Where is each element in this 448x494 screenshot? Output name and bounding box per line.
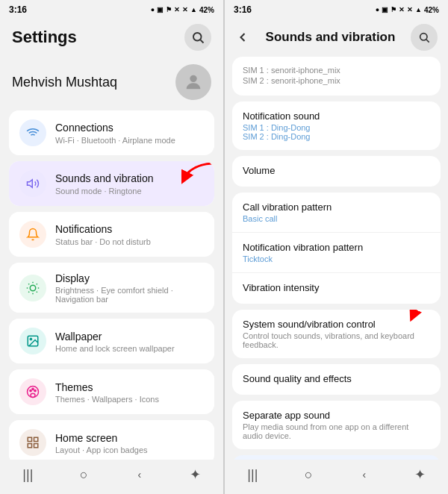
vibration-intensity-item[interactable]: Vibration intensity <box>232 273 441 304</box>
svg-point-5 <box>30 285 36 291</box>
wallpaper-icon <box>19 328 46 354</box>
user-name: Mehvish Mushtaq <box>12 75 117 90</box>
right-page-title: Sounds and vibration <box>266 30 396 45</box>
notification-vibration-title: Notification vibration pattern <box>243 242 430 253</box>
wallpaper-subtitle: Home and lock screen wallpaper <box>55 344 204 353</box>
notification-sound-title: Notification sound <box>243 110 430 122</box>
notifications-text: Notifications Status bar · Do not distur… <box>55 222 204 246</box>
separate-app-item[interactable]: Separate app sound Play media sound from… <box>232 401 441 449</box>
call-vibration-item[interactable]: Call vibration pattern Basic call <box>232 193 441 233</box>
back-icon <box>235 30 250 45</box>
themes-text: Themes Themes · Wallpapers · Icons <box>55 381 204 404</box>
wifi-settings-icon <box>26 126 40 140</box>
connections-item[interactable]: Connections Wi-Fi · Bluetooth · Airplane… <box>9 110 214 155</box>
left-status-bar: 3:16 ● ▣ ⚑ ✕ ✕ ▲ 42% <box>0 0 223 18</box>
system-sound-item[interactable]: System sound/vibration control Control t… <box>232 310 441 358</box>
display-subtitle: Brightness · Eye comfort shield · Naviga… <box>55 286 204 304</box>
left-nav-recents[interactable]: ||| <box>19 467 37 482</box>
connections-card: Connections Wi-Fi · Bluetooth · Airplane… <box>9 110 214 155</box>
lock-icon: ⚑ <box>166 6 172 13</box>
svg-point-18 <box>32 388 34 390</box>
notification-sound-card: Notification sound SIM 1 : Ding-Dong SIM… <box>232 101 441 150</box>
themes-item[interactable]: Themes Themes · Wallpapers · Icons <box>9 369 214 414</box>
home-screen-item[interactable]: Home screen Layout · App icon badges <box>9 420 214 460</box>
r-sound-icon: ✕ <box>399 6 405 13</box>
notifications-title: Notifications <box>55 222 204 236</box>
red-arrow-svg <box>177 161 214 197</box>
right-nav-back[interactable]: ‹ <box>355 467 373 482</box>
search-icon <box>191 31 205 44</box>
connections-subtitle: Wi-Fi · Bluetooth · Airplane mode <box>55 136 204 145</box>
right-time: 3:16 <box>234 4 252 15</box>
left-settings-title: Settings <box>12 28 77 47</box>
display-card: Display Brightness · Eye comfort shield … <box>9 263 214 313</box>
display-icon <box>19 275 46 301</box>
back-button[interactable] <box>235 30 250 45</box>
themes-subtitle: Themes · Wallpapers · Icons <box>55 395 204 404</box>
left-bottom-nav: ||| ○ ‹ ✦ <box>0 460 223 494</box>
themes-title: Themes <box>55 381 204 394</box>
right-nav-home[interactable]: ○ <box>299 467 317 482</box>
display-item[interactable]: Display Brightness · Eye comfort shield … <box>9 263 214 313</box>
left-nav-back[interactable]: ‹ <box>131 467 149 482</box>
left-nav-apps[interactable]: ✦ <box>187 467 205 482</box>
svg-point-19 <box>34 390 36 392</box>
separate-app-card: Separate app sound Play media sound from… <box>232 401 441 449</box>
svg-rect-20 <box>28 437 31 441</box>
vibration-intensity-title: Vibration intensity <box>243 282 430 293</box>
wallpaper-card: Wallpaper Home and lock screen wallpaper <box>9 319 214 363</box>
notifications-item[interactable]: Notifications Status bar · Do not distur… <box>9 212 214 257</box>
notification-sound-sim1: SIM 1 : Ding-Dong <box>243 123 430 132</box>
volume-card: Volume <box>232 156 441 187</box>
right-red-arrow-svg <box>402 310 441 325</box>
call-vibration-sub: Basic call <box>243 214 430 223</box>
avatar[interactable] <box>175 64 211 100</box>
system-sound-sub: Control touch sounds, vibrations, and ke… <box>243 331 430 349</box>
home-screen-text: Home screen Layout · App icon badges <box>55 431 204 454</box>
left-status-icons: ● ▣ ⚑ ✕ ✕ ▲ 42% <box>151 6 214 14</box>
sound-quality-item[interactable]: Sound quality and effects <box>232 364 441 395</box>
svg-rect-21 <box>34 437 38 441</box>
themes-icon <box>19 378 46 405</box>
separate-app-sub: Play media sound from one app on a diffe… <box>243 422 430 440</box>
home-screen-title: Home screen <box>55 431 204 445</box>
right-phone-panel: 3:16 ● ▣ ⚑ ✕ ✕ ▲ 42% Sounds and vibratio… <box>225 0 448 494</box>
call-vibration-title: Call vibration pattern <box>243 201 430 213</box>
notifications-subtitle: Status bar · Do not disturb <box>55 237 204 246</box>
vibration-card: Call vibration pattern Basic call Notifi… <box>232 193 441 304</box>
red-arrow-annotation <box>177 161 214 200</box>
notification-vibration-item[interactable]: Notification vibration pattern Ticktock <box>232 233 441 273</box>
svg-point-2 <box>190 75 196 82</box>
svg-point-17 <box>30 390 31 392</box>
notifications-card: Notifications Status bar · Do not distur… <box>9 212 214 257</box>
sounds-item[interactable]: Sounds and vibration Sound mode · Ringto… <box>9 161 214 206</box>
svg-line-8 <box>28 284 29 284</box>
ringtone-item[interactable]: SIM 1 : senorit-iphone_mix SIM 2 : senor… <box>232 57 441 96</box>
notifications-icon <box>19 221 46 248</box>
image-icon <box>26 334 40 348</box>
sound-quality-card: Sound quality and effects <box>232 364 441 395</box>
wallpaper-item[interactable]: Wallpaper Home and lock screen wallpaper <box>9 319 214 363</box>
connections-text: Connections Wi-Fi · Bluetooth · Airplane… <box>55 121 204 144</box>
right-nav-apps[interactable]: ✦ <box>411 467 429 482</box>
signal-icon: ▲ <box>190 6 197 13</box>
ringtone-sim2: SIM 2 : senorit-iphone_mix <box>243 76 430 85</box>
volume-item[interactable]: Volume <box>232 156 441 187</box>
home-screen-icon <box>19 429 46 456</box>
left-nav-home[interactable]: ○ <box>75 467 93 482</box>
sounds-icon <box>19 170 46 197</box>
search-button[interactable] <box>184 24 211 51</box>
r-lock-icon: ⚑ <box>391 6 396 13</box>
red-arrow-right-annotation <box>402 310 441 328</box>
notification-sound-item[interactable]: Notification sound SIM 1 : Ding-Dong SIM… <box>232 101 441 150</box>
right-search-button[interactable] <box>411 24 438 51</box>
svg-line-9 <box>37 291 37 292</box>
svg-rect-23 <box>34 444 38 448</box>
left-phone-panel: 3:16 ● ▣ ⚑ ✕ ✕ ▲ 42% Settings Mehvish Mu… <box>0 0 223 494</box>
right-nav-recents[interactable]: ||| <box>243 467 261 482</box>
bell-icon <box>26 228 40 241</box>
wallpaper-text: Wallpaper Home and lock screen wallpaper <box>55 330 204 353</box>
sound-icon: ✕ <box>174 6 180 13</box>
user-profile-section[interactable]: Mehvish Mushtaq <box>0 57 223 110</box>
ringtone-title: SIM 1 : senorit-iphone_mix <box>243 66 430 75</box>
